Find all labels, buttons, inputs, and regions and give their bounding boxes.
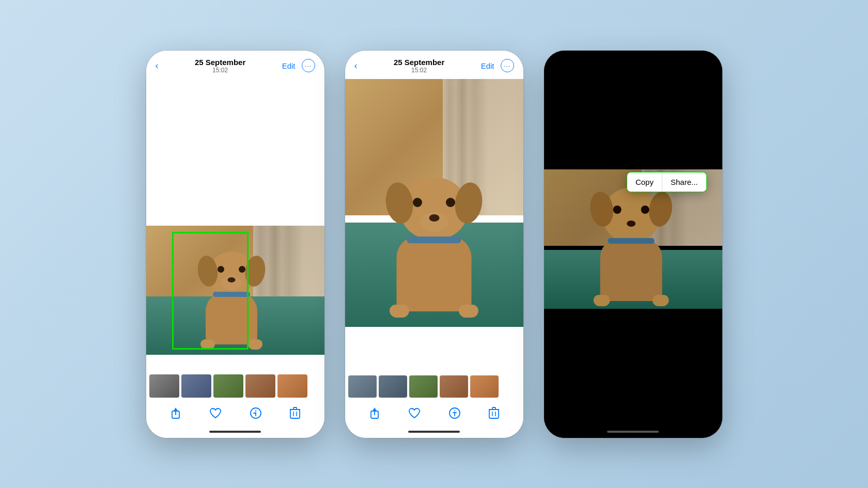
heart-icon-2[interactable] xyxy=(408,407,421,419)
thumbnail-3[interactable] xyxy=(213,374,243,398)
share-icon[interactable] xyxy=(170,407,181,419)
thumbnail-2-5[interactable] xyxy=(470,375,499,398)
dog-image-2[interactable] xyxy=(345,79,523,327)
back-button-2[interactable]: ‹ xyxy=(354,60,358,71)
svg-point-15 xyxy=(454,410,455,411)
home-bar-3 xyxy=(607,431,659,433)
svg-rect-9 xyxy=(293,407,297,410)
thumbnail-2[interactable] xyxy=(181,374,211,398)
dots-icon-2: ··· xyxy=(504,62,511,70)
home-indicator-2 xyxy=(345,427,523,438)
thumbnail-5[interactable] xyxy=(277,374,307,398)
edit-button[interactable]: Edit xyxy=(282,61,296,70)
trash-icon-2[interactable] xyxy=(489,407,499,419)
thumbnail-2-2[interactable] xyxy=(379,375,407,398)
thumbnail-1[interactable] xyxy=(149,374,179,398)
white-space-2 xyxy=(345,327,523,371)
phone-3: Copy Share... xyxy=(544,51,722,438)
header-center-2: 25 September 15:02 xyxy=(394,58,444,74)
dog-image-1[interactable] xyxy=(146,226,324,355)
thumbnail-2-3[interactable] xyxy=(409,375,438,398)
phone-2: ‹ 25 September 15:02 Edit ··· xyxy=(345,51,523,438)
white-space-bottom xyxy=(146,355,324,370)
header-actions-2: Edit ··· xyxy=(481,59,514,72)
white-space-top xyxy=(146,79,324,226)
svg-rect-20 xyxy=(492,407,495,410)
header-subtitle-2: 15:02 xyxy=(394,67,444,74)
thumbnail-2-1[interactable] xyxy=(348,375,377,398)
more-button-2[interactable]: ··· xyxy=(501,59,514,72)
copy-menu-item[interactable]: Copy xyxy=(627,172,662,192)
thumbnail-strip-1[interactable] xyxy=(146,370,324,402)
selection-box-1 xyxy=(172,232,249,350)
header-subtitle: 15:02 xyxy=(195,67,245,74)
header-title: 25 September xyxy=(195,58,245,67)
svg-rect-18 xyxy=(489,410,499,418)
home-bar xyxy=(209,431,261,433)
thumbnail-2-4[interactable] xyxy=(440,375,468,398)
home-bar-2 xyxy=(408,431,460,433)
thumbnail-strip-2[interactable] xyxy=(345,371,523,402)
dark-bottom-area xyxy=(544,309,722,427)
share-icon-2[interactable] xyxy=(369,407,380,419)
home-indicator-1 xyxy=(146,427,324,438)
add-info-icon-2[interactable] xyxy=(448,407,461,419)
context-menu: Copy Share... xyxy=(627,172,707,192)
header-title-2: 25 September xyxy=(394,58,444,67)
add-info-icon[interactable] xyxy=(250,407,262,419)
back-button[interactable]: ‹ xyxy=(156,60,159,71)
heart-icon[interactable] xyxy=(209,407,222,419)
phone-1-header: ‹ 25 September 15:02 Edit ··· xyxy=(146,51,324,79)
thumbnail-4[interactable] xyxy=(245,374,275,398)
svg-point-5 xyxy=(255,410,256,411)
header-center: 25 September 15:02 xyxy=(195,58,245,74)
share-menu-item[interactable]: Share... xyxy=(662,172,706,192)
home-indicator-3 xyxy=(544,427,722,438)
header-actions: Edit ··· xyxy=(282,59,315,72)
trash-icon[interactable] xyxy=(290,407,300,419)
more-button[interactable]: ··· xyxy=(302,59,315,72)
dots-icon: ··· xyxy=(305,62,312,70)
dark-top-area xyxy=(544,51,722,169)
edit-button-2[interactable]: Edit xyxy=(481,61,494,70)
bottom-toolbar-2 xyxy=(345,402,523,427)
phone-1: ‹ 25 September 15:02 Edit ··· xyxy=(146,51,324,438)
bottom-toolbar-1 xyxy=(146,402,324,427)
phone-2-header: ‹ 25 September 15:02 Edit ··· xyxy=(345,51,523,79)
svg-rect-7 xyxy=(290,410,300,418)
